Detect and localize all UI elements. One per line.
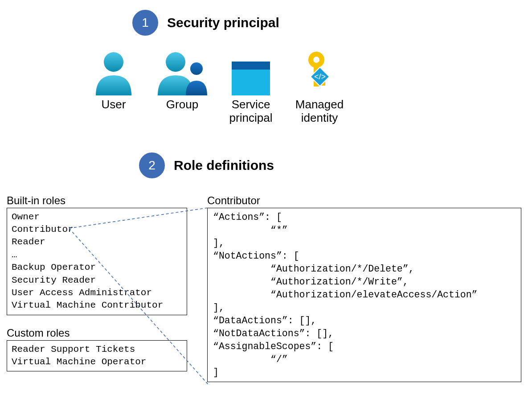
user-icon [91, 49, 136, 95]
section-title-role-definitions: Role definitions [174, 158, 274, 173]
custom-roles-box: Reader Support Tickets Virtual Machine O… [7, 340, 187, 372]
step-number: 2 [148, 158, 156, 173]
step-badge-1: 1 [131, 9, 159, 37]
svg-text:</>: </> [314, 72, 326, 81]
principal-user: User [85, 46, 143, 111]
builtin-roles-box: Owner Contributor Reader … Backup Operat… [7, 208, 187, 315]
svg-point-2 [190, 62, 203, 75]
section-header-security-principal: 1 Security principal [131, 9, 521, 37]
svg-point-0 [104, 52, 123, 72]
svg-rect-3 [232, 62, 270, 70]
section-title-security-principal: Security principal [167, 15, 279, 30]
step-badge-2: 2 [138, 152, 166, 179]
section-header-role-definitions: 2 Role definitions [138, 152, 521, 179]
principal-group: Group [153, 46, 211, 111]
service-principal-icon [232, 62, 270, 95]
svg-point-6 [313, 57, 319, 63]
principal-service-principal: Service principal [222, 46, 280, 125]
principal-group-label: Group [166, 98, 198, 111]
step-number: 1 [142, 16, 149, 30]
roles-area: Built-in roles Owner Contributor Reader … [7, 193, 521, 382]
principals-row: User Group [85, 46, 521, 125]
contributor-heading: Contributor [207, 194, 521, 207]
roles-right-column: Contributor “Actions”: [ “*” ], “NotActi… [207, 193, 521, 382]
svg-point-1 [166, 52, 185, 72]
contributor-json-box: “Actions”: [ “*” ], “NotActions”: [ “Aut… [207, 208, 521, 382]
roles-left-column: Built-in roles Owner Contributor Reader … [7, 193, 187, 371]
group-icon [156, 49, 209, 95]
principal-managed-identity: </> Managed identity [291, 46, 348, 125]
builtin-roles-heading: Built-in roles [7, 194, 187, 207]
svg-rect-4 [232, 70, 270, 95]
managed-identity-icon: </> [302, 51, 337, 95]
principal-service-principal-label: Service principal [229, 98, 273, 125]
principal-managed-identity-label: Managed identity [295, 98, 344, 125]
principal-user-label: User [102, 98, 126, 111]
custom-roles-heading: Custom roles [7, 327, 187, 339]
